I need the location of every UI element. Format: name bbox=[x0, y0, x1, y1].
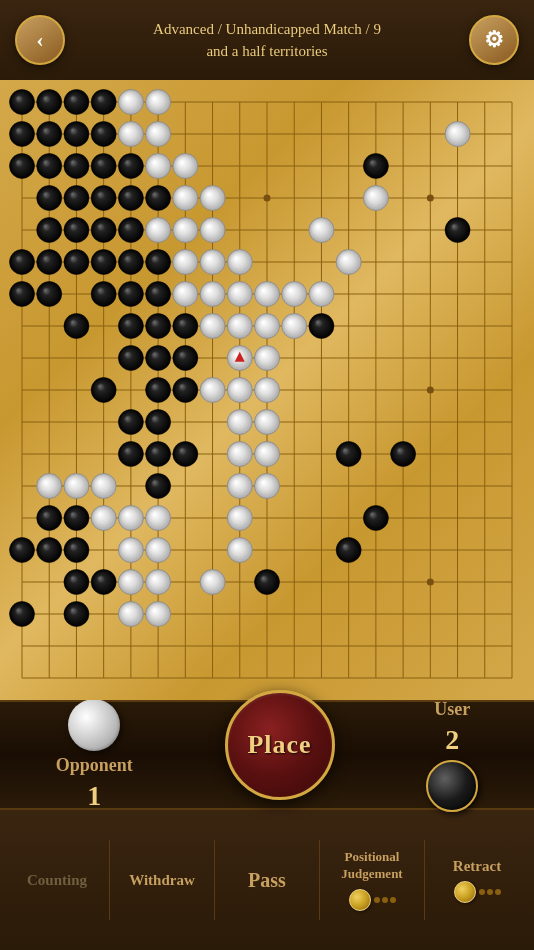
white-stone-indicator bbox=[68, 699, 120, 751]
opponent-score: 1 bbox=[87, 780, 101, 812]
counting-action[interactable]: Counting bbox=[5, 872, 109, 889]
game-board[interactable] bbox=[0, 80, 534, 700]
place-label: Place bbox=[247, 730, 311, 760]
place-button[interactable]: Place bbox=[225, 690, 335, 800]
user-label: User bbox=[434, 699, 470, 720]
coin-dots-1 bbox=[374, 897, 396, 903]
header-title: Advanced / Unhandicapped Match / 9 and a… bbox=[65, 18, 469, 63]
settings-button[interactable]: ⚙ bbox=[469, 15, 519, 65]
back-icon: ‹ bbox=[36, 27, 43, 53]
title-line1: Advanced / Unhandicapped Match / 9 bbox=[75, 18, 459, 41]
board-canvas[interactable] bbox=[0, 80, 534, 700]
opponent-label: Opponent bbox=[56, 755, 133, 776]
header: ‹ Advanced / Unhandicapped Match / 9 and… bbox=[0, 0, 534, 80]
positional-label: Positional Judgement bbox=[341, 849, 402, 883]
score-panel: Opponent 1 Place User 2 bbox=[0, 700, 534, 810]
settings-icon: ⚙ bbox=[484, 27, 504, 53]
positional-judgement-action[interactable]: Positional Judgement bbox=[320, 849, 424, 911]
withdraw-label[interactable]: Withdraw bbox=[129, 872, 195, 889]
action-bar: Counting Withdraw Pass Positional Judgem… bbox=[0, 810, 534, 950]
title-line2: and a half territories bbox=[75, 40, 459, 63]
user-score: 2 bbox=[445, 724, 459, 756]
opponent-info: Opponent 1 bbox=[56, 699, 133, 812]
positional-coins bbox=[349, 889, 396, 911]
pass-action[interactable]: Pass bbox=[215, 869, 319, 892]
black-stone-indicator bbox=[426, 760, 478, 812]
coin-dots-2 bbox=[479, 889, 501, 895]
coin-2 bbox=[454, 881, 476, 903]
user-info: User 2 bbox=[426, 699, 478, 812]
back-button[interactable]: ‹ bbox=[15, 15, 65, 65]
retract-coins bbox=[454, 881, 501, 903]
retract-label[interactable]: Retract bbox=[453, 858, 501, 875]
withdraw-action[interactable]: Withdraw bbox=[110, 872, 214, 889]
counting-label[interactable]: Counting bbox=[27, 872, 87, 889]
pass-label[interactable]: Pass bbox=[248, 869, 286, 892]
coin-1 bbox=[349, 889, 371, 911]
retract-action[interactable]: Retract bbox=[425, 858, 529, 903]
